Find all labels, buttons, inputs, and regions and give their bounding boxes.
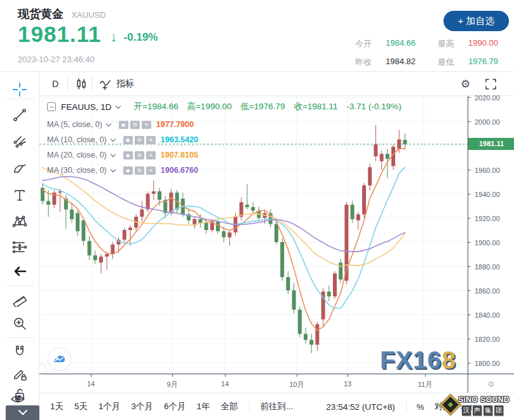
add-watchlist-button[interactable]: + 加自选 (443, 11, 509, 31)
chevron-down-icon[interactable] (111, 151, 116, 156)
percent-scale-button[interactable]: % (417, 402, 424, 412)
range-button[interactable]: 1个月 (98, 401, 121, 412)
chevron-down-icon[interactable] (115, 103, 120, 108)
change-percent: -0.19% (124, 31, 158, 44)
legend-symbol[interactable]: FEAUUS, 1D (61, 102, 112, 112)
ma-label[interactable]: MA (5, close, 0) (47, 120, 102, 129)
chart-provider-logo[interactable] (48, 348, 71, 371)
price-tick (468, 194, 471, 194)
time-tick (91, 374, 91, 377)
chevron-down-icon[interactable] (111, 136, 116, 141)
range-button[interactable]: 6个月 (164, 401, 186, 412)
tool-pitchfork[interactable] (10, 133, 30, 153)
price-tick (468, 339, 471, 339)
ma-settings-icon[interactable]: ⚙ (135, 151, 144, 159)
ma-label[interactable]: MA (10, close, 0) (47, 135, 107, 144)
price-tick-label: 1940.00 (475, 191, 500, 198)
tool-forecast-position[interactable] (10, 238, 30, 259)
price-tick-label: 1880.00 (475, 263, 500, 271)
sidebar-divider (5, 285, 34, 286)
price-tick-label: 2020.00 (475, 94, 500, 102)
sidebar-collapse-handle[interactable]: ‹ (39, 363, 46, 374)
ma-remove-icon[interactable]: ✕ (146, 136, 156, 144)
tool-zoom-in[interactable] (10, 315, 30, 335)
ma-value: 1906.6760 (161, 166, 198, 175)
chart-toolbar: D 指标 ⚙ (39, 71, 514, 96)
range-button[interactable]: 5天 (74, 401, 88, 412)
ma-label[interactable]: MA (20, close, 0) (47, 151, 107, 159)
price-tick (468, 218, 471, 219)
stat-label: 最低 (438, 57, 461, 68)
quote-header: 现货黄金 XAUUSD 1981.11 ↓ -0.19% 2023-10-27 … (0, 0, 514, 71)
crosshair-icon (12, 82, 27, 100)
price-tick-label: 1900.00 (475, 239, 500, 247)
time-tick (425, 374, 426, 377)
chart-settings-button[interactable]: ⚙ (461, 72, 470, 96)
chevron-down-icon[interactable] (111, 166, 116, 172)
toolbar-separator (91, 77, 92, 91)
clock-utc[interactable]: 23:54:52 (UTC+8) (326, 402, 395, 412)
time-axis[interactable]: 149月1410月1311月 (39, 374, 468, 393)
ma-remove-icon[interactable]: ✕ (146, 166, 156, 175)
tool-magnet[interactable] (10, 342, 30, 363)
legend-close: 收=1981.11 (294, 102, 337, 111)
ruler-icon (12, 292, 27, 309)
ma-label[interactable]: MA (30, close, 0) (47, 166, 107, 175)
range-button[interactable]: 1年 (197, 401, 210, 412)
chevron-down-icon[interactable] (106, 121, 111, 126)
ma-settings-icon[interactable]: ⚙ (130, 121, 140, 129)
chart-plot-area[interactable]: FEAUUS, 1D 开=1984.66 高=1990.00 低=1976.79… (39, 96, 468, 374)
ma-settings-icon[interactable]: ⚙ (135, 136, 144, 144)
indicators-button[interactable]: 指标 (99, 72, 134, 96)
stat-label: 昨收 (355, 57, 378, 68)
trading-app: 现货黄金 XAUUSD 1981.11 ↓ -0.19% 2023-10-27 … (0, 0, 514, 420)
sidebar-divider (5, 98, 34, 99)
tool-ruler[interactable] (10, 290, 30, 311)
range-button[interactable]: 1天 (50, 401, 64, 412)
sino-sound-text: SiNO SOUND (458, 395, 510, 404)
ma-visibility-icon[interactable]: ◉ (123, 136, 133, 144)
price-tick (468, 315, 471, 315)
price-scale-settings-icon[interactable]: ☼ (487, 377, 496, 388)
ma-remove-icon[interactable]: ✕ (142, 121, 151, 129)
ma-visibility-icon[interactable]: ◉ (123, 166, 133, 175)
magnet-icon (12, 344, 27, 362)
ma-value: 1977.7900 (156, 120, 194, 129)
tool-xabcd-pattern[interactable] (10, 213, 30, 233)
legend-collapse-icon[interactable] (47, 102, 56, 111)
range-button[interactable]: 3个月 (132, 401, 154, 412)
legend-low: 低=1976.79 (240, 102, 285, 111)
stat-value: 1984.66 (386, 38, 430, 50)
sidebar-divider (5, 337, 34, 338)
current-price-tag: 1981.11 (468, 138, 514, 150)
tool-draw-lock[interactable] (10, 365, 30, 386)
tool-brush[interactable] (10, 159, 30, 180)
sidebar-scroll-down-button[interactable] (6, 405, 39, 420)
range-buttons: 1天5天1个月3个月6个月1年全部 (39, 401, 238, 412)
down-arrow-icon: ↓ (111, 29, 118, 45)
chart-style-button[interactable] (75, 72, 88, 96)
price-row: 1981.11 ↓ -0.19% (18, 22, 158, 47)
range-button[interactable]: 全部 (221, 401, 238, 412)
indicators-label: 指标 (116, 78, 134, 90)
goto-date-button[interactable]: 前往到... (260, 401, 294, 412)
ma-settings-icon[interactable]: ⚙ (135, 166, 144, 175)
ma-visibility-icon[interactable]: ◉ (119, 121, 128, 129)
price-tick-label: 1960.00 (475, 166, 500, 174)
time-tick (297, 374, 297, 377)
stat-label: 今开 (355, 38, 378, 50)
ma-legend-row: MA (10, close, 0)◉⚙✕1963.5420 (47, 133, 198, 147)
price-tick-label: 1860.00 (475, 287, 500, 295)
price-axis[interactable]: 2020.002000.001960.001940.001920.001900.… (468, 96, 514, 374)
ma-value: 1963.5420 (161, 135, 198, 144)
fullscreen-button[interactable] (485, 72, 496, 96)
tool-back-arrow[interactable] (10, 262, 30, 283)
tool-text[interactable] (10, 186, 30, 207)
ma-remove-icon[interactable]: ✕ (146, 151, 156, 159)
interval-button[interactable]: D (52, 72, 58, 96)
toolbar-separator (249, 400, 250, 413)
ma-legend-row: MA (30, close, 0)◉⚙✕1906.6760 (47, 163, 198, 177)
forecast-position-icon (11, 240, 28, 257)
ma-visibility-icon[interactable]: ◉ (123, 151, 133, 159)
tool-trend-line[interactable] (10, 106, 30, 126)
